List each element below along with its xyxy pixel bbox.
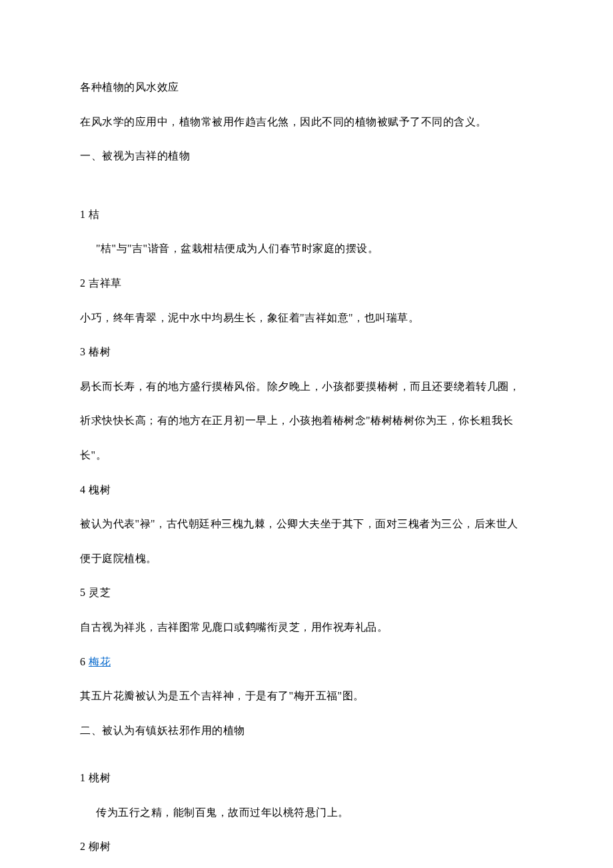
item-2-desc: 小巧，终年青翠，泥中水中均易生长，象征着"吉祥如意"，也叫瑞草。	[80, 309, 533, 327]
title: 各种植物的风水效应	[80, 79, 533, 96]
spacer	[80, 756, 533, 769]
meihua-link[interactable]: 梅花	[89, 656, 111, 667]
item-3-desc-line1: 易长而长寿，有的地方盛行摸椿风俗。除夕晚上，小孩都要摸椿树，而且还要绕着转几圈，	[80, 378, 533, 395]
item-6-heading: 6 梅花	[80, 653, 533, 671]
item-5-heading: 5 灵芝	[80, 584, 533, 601]
item-4-heading: 4 槐树	[80, 481, 533, 499]
item-3-desc-line2: 祈求快快长高；有的地方在正月初一早上，小孩抱着椿树念"椿树椿树你为王，你长粗我长	[80, 412, 533, 429]
document-page: 各种植物的风水效应 在风水学的应用中，植物常被用作趋吉化煞，因此不同的植物被赋予…	[0, 0, 613, 868]
section-1-heading: 一、被视为吉祥的植物	[80, 147, 533, 165]
s2-item-2-heading: 2 柳树	[80, 838, 533, 855]
s2-item-1-heading: 1 桃树	[80, 769, 533, 787]
item-1-heading: 1 桔	[80, 206, 533, 223]
item-1-desc: "桔"与"吉"谐音，盆栽柑桔便成为人们春节时家庭的摆设。	[80, 240, 533, 257]
item-6-prefix: 6	[80, 656, 89, 667]
item-4-desc-line2: 便于庭院植槐。	[80, 550, 533, 567]
spacer	[80, 182, 533, 206]
intro-paragraph: 在风水学的应用中，植物常被用作趋吉化煞，因此不同的植物被赋予了不同的含义。	[80, 113, 533, 131]
s2-item-1-desc: 传为五行之精，能制百鬼，故而过年以桃符悬门上。	[80, 804, 533, 821]
item-3-desc-line3: 长"。	[80, 447, 533, 464]
item-4-desc-line1: 被认为代表"禄"，古代朝廷种三槐九棘，公卿大夫坐于其下，面对三槐者为三公，后来世…	[80, 515, 533, 533]
section-2-heading: 二、被认为有镇妖祛邪作用的植物	[80, 722, 533, 739]
item-2-heading: 2 吉祥草	[80, 275, 533, 292]
item-3-heading: 3 椿树	[80, 343, 533, 361]
item-5-desc: 自古视为祥兆，吉祥图常见鹿口或鹤嘴衔灵芝，用作祝寿礼品。	[80, 619, 533, 636]
item-6-desc: 其五片花瓣被认为是五个吉祥神，于是有了"梅开五福"图。	[80, 687, 533, 705]
